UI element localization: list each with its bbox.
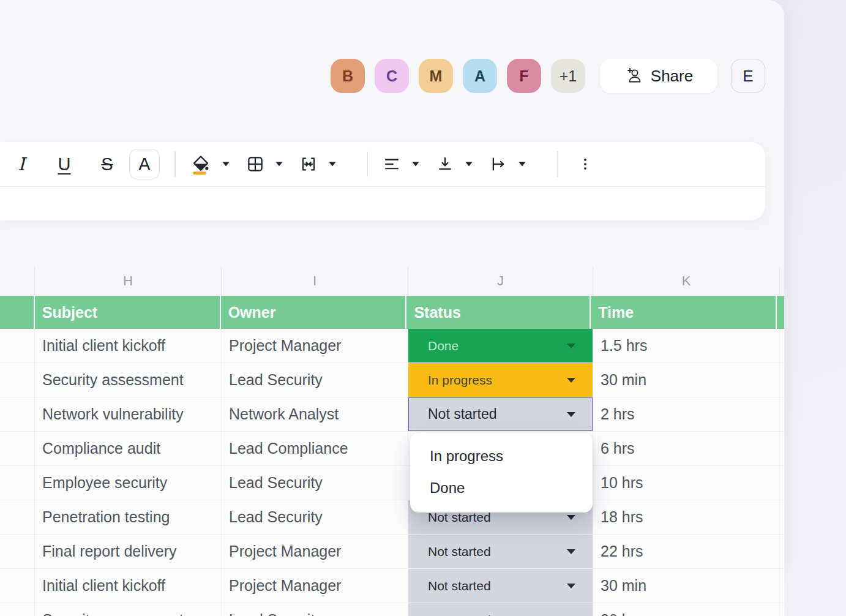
status-dropdown-in-progress[interactable]: In progress — [408, 363, 593, 397]
text-color-button[interactable]: A — [129, 149, 160, 179]
share-label: Share — [651, 67, 693, 86]
cell-subject[interactable]: Compliance audit — [35, 432, 222, 466]
table-row: Initial client kickoff Project Manager D… — [0, 329, 784, 363]
table-row: Security assessment Lead Security In pro… — [0, 363, 784, 397]
column-letter-row: H I J K — [0, 266, 784, 296]
vertical-align-button[interactable] — [436, 155, 473, 173]
dropdown-option-done[interactable]: Done — [410, 472, 593, 504]
cell-time[interactable]: 1.5 hrs — [593, 329, 780, 363]
cell-time[interactable]: 2 hrs — [593, 397, 780, 432]
cell-status[interactable]: In progress — [408, 363, 593, 397]
cell-owner[interactable]: Lead Security — [222, 500, 408, 535]
more-options-button[interactable] — [573, 149, 597, 179]
cell-sliver[interactable] — [0, 535, 35, 569]
status-label: Not started — [428, 406, 497, 423]
cell-owner[interactable]: Project Manager — [222, 535, 408, 569]
cell-subject[interactable]: Initial client kickoff — [35, 569, 222, 603]
account-button[interactable]: E — [731, 59, 765, 93]
underline-button[interactable]: U — [52, 149, 77, 179]
share-button[interactable]: Share — [600, 59, 717, 93]
cell-owner[interactable]: Project Manager — [222, 569, 408, 603]
status-dropdown-done[interactable]: Done — [408, 329, 593, 362]
merge-cells-button[interactable] — [299, 155, 337, 173]
cell-status[interactable]: Not started — [408, 603, 593, 616]
cell-sliver[interactable] — [0, 466, 35, 500]
status-dropdown-not-started[interactable]: Not started — [408, 569, 593, 603]
cell-time[interactable]: 30 min — [593, 569, 780, 603]
cell-sliver — [780, 397, 784, 432]
avatar[interactable]: F — [507, 59, 541, 93]
horizontal-align-button[interactable] — [383, 155, 420, 173]
cell-status[interactable]: Not started — [408, 535, 593, 569]
cell-status-selected[interactable]: Not started — [408, 397, 593, 432]
avatar[interactable]: B — [331, 59, 365, 93]
merge-cells-icon — [299, 155, 318, 173]
italic-button[interactable]: I — [9, 149, 34, 179]
cell-time[interactable]: 30 hrs — [593, 603, 780, 616]
chevron-down-icon — [518, 161, 526, 167]
status-dropdown-not-started[interactable]: Not started — [408, 603, 593, 616]
avatar-overflow-badge[interactable]: +1 — [551, 59, 585, 93]
table-row: Network vulnerability Network Analyst No… — [0, 397, 784, 432]
cell-sliver[interactable] — [0, 329, 35, 363]
cell-sliver[interactable] — [0, 363, 35, 397]
avatar[interactable]: M — [419, 59, 453, 93]
status-dropdown-not-started[interactable]: Not started — [408, 397, 593, 431]
status-label: Not started — [428, 613, 491, 616]
status-dropdown-menu: In progress Done — [410, 433, 593, 513]
cell-sliver — [780, 500, 784, 535]
cell-time[interactable]: 30 min — [593, 363, 780, 397]
dropdown-option-in-progress[interactable]: In progress — [410, 440, 593, 472]
header-time[interactable]: Time — [591, 296, 777, 329]
strikethrough-button[interactable]: S — [95, 149, 119, 179]
cell-time[interactable]: 22 hrs — [593, 535, 780, 569]
cell-time[interactable]: 10 hrs — [593, 466, 780, 500]
cell-owner[interactable]: Lead Compliance — [222, 432, 408, 466]
cell-subject[interactable]: Security assessment — [35, 363, 222, 397]
table-row: Final report delivery Project Manager No… — [0, 535, 784, 569]
cell-owner[interactable]: Project Manager — [222, 329, 408, 363]
fill-color-button[interactable] — [190, 154, 230, 175]
spreadsheet: H I J K Subject Owner Status Time Initia… — [0, 266, 784, 616]
cell-sliver[interactable] — [0, 432, 35, 466]
header-subject[interactable]: Subject — [35, 296, 221, 329]
formula-bar[interactable] — [0, 187, 765, 220]
header-status[interactable]: Status — [406, 296, 591, 329]
strikethrough-icon: S — [101, 156, 113, 173]
text-wrap-button[interactable] — [489, 155, 526, 173]
cell-subject[interactable]: Initial client kickoff — [35, 329, 222, 363]
cell-owner[interactable]: Lead Security — [222, 603, 408, 616]
cell-subject[interactable]: Penetration testing — [35, 500, 222, 535]
cell-owner[interactable]: Lead Security — [222, 466, 408, 500]
column-letter-h[interactable]: H — [35, 266, 222, 296]
cell-status[interactable]: Not started — [408, 569, 593, 603]
column-letter-k[interactable]: K — [593, 266, 780, 296]
borders-button[interactable] — [246, 155, 283, 173]
cell-sliver[interactable] — [0, 569, 35, 603]
status-dropdown-not-started[interactable]: Not started — [408, 535, 593, 568]
column-letter-j[interactable]: J — [408, 266, 593, 296]
chevron-down-icon — [465, 161, 473, 167]
cell-status[interactable]: Done — [408, 329, 593, 363]
column-letter-cell[interactable] — [0, 266, 35, 296]
cell-time[interactable]: 6 hrs — [593, 432, 780, 466]
header-cell-empty[interactable] — [0, 296, 35, 329]
cell-sliver[interactable] — [0, 603, 35, 616]
cell-subject[interactable]: Security assessment — [35, 603, 222, 616]
cell-subject[interactable]: Employee security — [35, 466, 222, 500]
cell-owner[interactable]: Lead Security — [222, 363, 408, 397]
add-person-icon — [624, 67, 643, 85]
column-letter-i[interactable]: I — [222, 266, 408, 296]
avatar[interactable]: C — [375, 59, 409, 93]
borders-icon — [246, 155, 264, 173]
avatar[interactable]: A — [463, 59, 497, 93]
cell-subject[interactable]: Network vulnerability — [35, 397, 222, 432]
cell-time[interactable]: 18 hrs — [593, 500, 780, 535]
cell-owner[interactable]: Network Analyst — [222, 397, 408, 432]
cell-sliver[interactable] — [0, 500, 35, 535]
cell-subject[interactable]: Final report delivery — [35, 535, 222, 569]
header-owner[interactable]: Owner — [221, 296, 407, 329]
avatar-initial: B — [342, 67, 353, 85]
cell-sliver[interactable] — [0, 397, 35, 432]
kebab-menu-icon — [577, 156, 593, 173]
